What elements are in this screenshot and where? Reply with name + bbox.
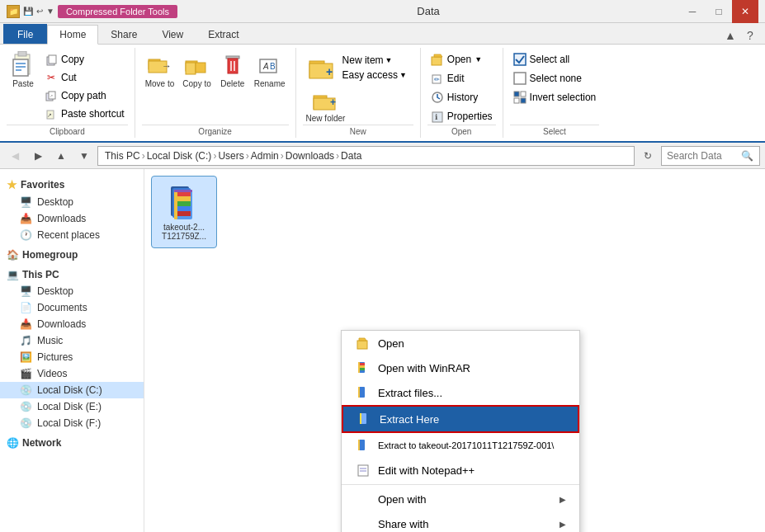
sidebar-item-pictures[interactable]: 🖼️ Pictures	[0, 349, 144, 365]
ctx-open-winrar[interactable]: Open with WinRAR	[342, 355, 579, 380]
clipboard-content: Paste Copy ✂ Cut ↗ Copy p	[7, 48, 128, 125]
ctx-open-with-icon	[355, 491, 371, 507]
svg-text:+: +	[326, 65, 333, 78]
minimize-button[interactable]: ─	[679, 0, 706, 23]
window-controls: ─ □ ✕	[679, 0, 758, 23]
move-to-icon: →	[147, 53, 173, 79]
new-item-row[interactable]: New item ▼	[339, 53, 410, 68]
paste-button[interactable]: Paste	[7, 51, 40, 90]
sidebar-item-desktop-fav[interactable]: 🖥️ Desktop	[0, 194, 144, 210]
paste-shortcut-button[interactable]: ↗ Paste shortcut	[41, 106, 128, 122]
tab-file[interactable]: File	[3, 24, 47, 44]
copy-path-icon: ↗	[45, 89, 58, 102]
select-all-button[interactable]: Select all	[510, 51, 574, 68]
new-folder-button[interactable]: + New item ▼ Easy access ▼	[303, 51, 413, 84]
history-button[interactable]: History	[427, 89, 481, 106]
new-folder-btn[interactable]: + New folder	[303, 86, 349, 125]
open-group: Open ▼ ✏ Edit History ℹ Properties	[421, 48, 503, 138]
ctx-share-with-arrow: ▶	[560, 520, 566, 529]
folder-icon-downloads-pc: 📥	[20, 318, 32, 330]
ctx-edit-notepad[interactable]: Edit with Notepad++	[342, 458, 579, 483]
qat-dropdown[interactable]: ▼	[46, 7, 54, 16]
copy-path-button[interactable]: ↗ Copy path	[41, 87, 128, 104]
homegroup-header[interactable]: 🏠 Homegroup	[0, 247, 144, 263]
tab-home[interactable]: Home	[47, 25, 98, 45]
disk-icon-f: 💿	[20, 417, 32, 429]
disk-icon-e: 💿	[20, 401, 32, 412]
sidebar-label-pictures: Pictures	[37, 351, 73, 363]
address-path[interactable]: This PC › Local Disk (C:) › Users › Admi…	[97, 146, 635, 166]
sidebar-label-desktop-pc: Desktop	[37, 285, 73, 297]
maximize-button[interactable]: □	[706, 0, 732, 23]
svg-rect-43	[514, 98, 519, 103]
paste-icon	[10, 53, 36, 79]
sidebar-label-localdisk-c: Local Disk (C:)	[37, 384, 102, 396]
ribbon-help-button[interactable]: ?	[742, 27, 758, 44]
copy-to-button[interactable]: Copy to	[179, 51, 214, 90]
sidebar-item-desktop-pc[interactable]: 🖥️ Desktop	[0, 283, 144, 299]
search-input[interactable]	[667, 150, 741, 162]
rename-button[interactable]: A B Rename	[251, 51, 289, 90]
qat-save[interactable]: 💾	[23, 7, 33, 16]
ctx-open-label: Open	[378, 337, 404, 350]
address-bar: ◀ ▶ ▲ ▼ This PC › Local Disk (C:) › User…	[0, 143, 765, 169]
ctx-open-with[interactable]: Open with ▶	[342, 487, 579, 511]
refresh-button[interactable]: ↻	[638, 146, 658, 166]
sidebar-item-localdisk-c[interactable]: 💿 Local Disk (C:)	[0, 382, 144, 398]
tab-view[interactable]: View	[149, 24, 196, 44]
sidebar-item-localdisk-e[interactable]: 💿 Local Disk (E:)	[0, 398, 144, 415]
properties-button[interactable]: ℹ Properties	[427, 108, 496, 125]
svg-rect-20	[228, 59, 238, 73]
move-to-button[interactable]: → Move to	[142, 51, 178, 90]
recent-button[interactable]: ▼	[74, 146, 94, 166]
search-box[interactable]: 🔍	[661, 146, 760, 166]
sidebar-item-downloads-pc[interactable]: 📥 Downloads	[0, 316, 144, 332]
qat-undo[interactable]: ↩	[36, 7, 43, 16]
sidebar-item-videos[interactable]: 🎬 Videos	[0, 365, 144, 382]
up-button[interactable]: ▲	[51, 146, 71, 166]
sidebar-item-documents[interactable]: 📄 Documents	[0, 299, 144, 316]
ribbon-up-button[interactable]: ▲	[722, 27, 739, 44]
invert-selection-button[interactable]: Invert selection	[510, 89, 600, 106]
close-button[interactable]: ✕	[732, 0, 758, 23]
network-header[interactable]: 🌐 Network	[0, 435, 144, 451]
easy-access-row[interactable]: Easy access ▼	[339, 68, 410, 82]
svg-rect-65	[360, 413, 361, 424]
network-icon: 🌐	[7, 437, 19, 449]
favorites-header[interactable]: ★ Favorites	[0, 176, 144, 194]
svg-rect-7	[49, 55, 56, 64]
svg-rect-61	[360, 368, 365, 370]
open-button[interactable]: Open ▼	[427, 51, 485, 68]
folder-icon-desktop-fav: 🖥️	[20, 196, 32, 208]
sidebar-item-recent[interactable]: 🕐 Recent places	[0, 227, 144, 243]
paste-shortcut-icon: ↗	[45, 107, 58, 120]
copy-button[interactable]: Copy	[41, 51, 128, 68]
edit-label: Edit	[447, 73, 465, 84]
sidebar-item-music[interactable]: 🎵 Music	[0, 332, 144, 349]
copy-to-label: Copy to	[182, 79, 210, 88]
ctx-open[interactable]: Open	[342, 331, 579, 355]
svg-text:✏: ✏	[434, 76, 440, 83]
tab-extract[interactable]: Extract	[196, 24, 251, 44]
tab-share[interactable]: Share	[98, 24, 149, 44]
back-button[interactable]: ◀	[5, 146, 25, 166]
search-icon[interactable]: 🔍	[741, 150, 753, 162]
forward-button[interactable]: ▶	[28, 146, 48, 166]
file-item-takeout[interactable]: takeout-2...T121759Z...	[151, 176, 217, 248]
ctx-share-with[interactable]: Share with ▶	[342, 511, 579, 532]
edit-button[interactable]: ✏ Edit	[427, 70, 468, 87]
sidebar-item-downloads-fav[interactable]: 📥 Downloads	[0, 210, 144, 227]
recent-icon: 🕐	[20, 229, 32, 241]
ctx-extract-files[interactable]: Extract files...	[342, 380, 579, 405]
sidebar-item-localdisk-f[interactable]: 💿 Local Disk (F:)	[0, 415, 144, 431]
delete-button[interactable]: Delete	[216, 51, 249, 90]
ctx-extract-to[interactable]: Extract to takeout-20171011T121759Z-001\	[342, 433, 579, 458]
ctx-extract-here[interactable]: Extract Here	[342, 405, 579, 433]
cut-button[interactable]: ✂ Cut	[41, 69, 128, 86]
thispc-header[interactable]: 💻 This PC	[0, 266, 144, 283]
select-none-button[interactable]: Select none	[510, 70, 585, 87]
path-data: Data	[341, 150, 361, 162]
ctx-open-with-label: Open with	[378, 493, 427, 506]
new-group: + New item ▼ Easy access ▼	[296, 48, 421, 138]
svg-text:↗: ↗	[50, 93, 53, 98]
